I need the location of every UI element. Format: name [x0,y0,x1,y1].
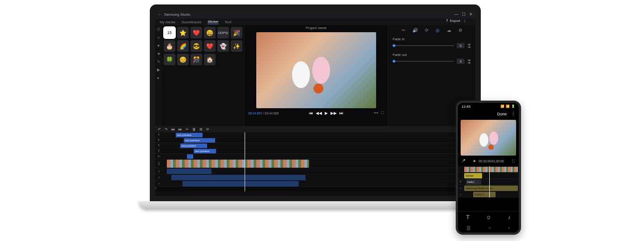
back-icon[interactable]: ← [158,13,161,17]
sticker-smile-icon[interactable]: 😄 [204,27,216,38]
phone-text-clip[interactable]: Hello! [466,179,481,185]
maximize-button[interactable]: ☐ [462,12,466,17]
cat-recent-icon[interactable]: ⏱ [156,27,161,32]
phone-more-icon[interactable]: ⋮ [511,112,515,116]
phone-text-tool-icon[interactable]: T [466,214,469,220]
track-audio-1-head: ♪ [155,169,162,173]
done-button[interactable]: Done [497,112,507,116]
timeline-audio-clip[interactable] [182,181,299,186]
phone-fullscreen-icon[interactable]: ⛶ [512,160,515,163]
fullscreen-icon[interactable]: ⛶ [381,111,384,115]
opacity-tool-icon[interactable]: ◎ [436,28,440,33]
timeline-clip[interactable]: text preview [180,144,207,148]
fade-out-dec[interactable]: ▾ [467,62,471,64]
timeline-clip[interactable]: text preview [184,138,215,143]
next-frame-icon[interactable]: ▶▶ [330,111,337,115]
sticker-ghost-icon[interactable]: 👻 [217,40,229,52]
signal-icon: 📶 [500,105,504,108]
prev-frame-icon[interactable]: ◀◀ [316,111,322,115]
tab-sticker[interactable]: Sticker [208,20,218,24]
delete-icon[interactable]: 🗑 [192,127,196,131]
close-button[interactable]: ✕ [469,12,473,17]
tab-soundtracks[interactable]: Soundtracks [182,20,201,24]
settings-tool-icon[interactable]: ⚙ [458,28,462,33]
fade-in-slider[interactable] [393,45,454,46]
tab-my-media[interactable]: My media [160,20,175,24]
recents-icon[interactable]: ||| [467,225,470,230]
overlay-tool-icon[interactable]: ☁ [447,28,451,33]
phone-sticker-tool-icon[interactable]: ☺ [486,214,491,220]
phone-timeline[interactable]: Sticker THello! ♪Samsung Studio Audio ♪Q… [458,166,519,198]
timeline-clip[interactable]: text preview [176,133,203,137]
title-bar: ← Samsung Studio — ☐ ✕ [155,10,475,19]
home-icon[interactable]: ○ [488,225,491,230]
fade-out-slider[interactable] [393,61,454,62]
phone-preview[interactable] [461,120,516,156]
phone-audio-tool-icon[interactable]: ♪ [508,214,511,220]
phone-sticker-clip[interactable]: Sticker [464,173,482,178]
phone-audio-clip-1[interactable]: Samsung Studio Audio [464,186,518,191]
timeline-video-clip[interactable] [167,160,309,168]
goto-end-icon[interactable]: ⏭ [339,111,343,115]
track-text-2-head: T [155,138,162,142]
to-start-icon[interactable]: ⏮ [171,127,175,131]
to-end-icon[interactable]: ⏭ [178,127,182,131]
phone-header: Done ⋮ [458,110,519,118]
sticker-sparkle-icon[interactable]: ✨ [231,40,242,52]
play-icon[interactable]: ▶ [325,111,328,115]
cat-star-icon[interactable]: ★ [156,51,161,56]
video-preview[interactable] [256,32,376,108]
fade-in-inc[interactable]: ▴ [467,43,471,46]
tab-text[interactable]: Text [225,20,232,24]
back-icon[interactable]: ‹ [508,225,510,230]
cat-emoji-icon[interactable]: ☺ [156,35,161,40]
sticker-sunglasses-icon[interactable]: 😎 [191,40,202,52]
redo-icon[interactable]: ↷ [165,127,168,131]
sticker-luck-icon[interactable]: 🍀 [164,54,175,65]
sticker-confetti-icon[interactable]: 🎉 [231,27,242,38]
minimize-button[interactable]: — [454,12,458,17]
crop-tool-icon[interactable]: ✂ [402,28,405,33]
phone-mic-icon[interactable]: 🎤 [462,159,466,163]
sticker-star-icon[interactable]: ⭐ [177,27,189,38]
sticker-heart2-icon[interactable]: ❤️ [204,40,216,52]
export-button[interactable]: ⭱ Export [445,19,460,23]
sticker-cake-icon[interactable]: 🎂 [164,40,175,52]
fade-out-inc[interactable]: ▴ [467,59,471,61]
fade-in-dec[interactable]: ▾ [467,46,471,48]
fade-out-value[interactable]: 0 [457,59,465,64]
timeline[interactable]: Ttext preview Ttext preview Ttext previe… [155,132,475,191]
timeline-audio-clip[interactable] [167,169,212,174]
phone-video-clip[interactable] [464,167,518,172]
sticker-party-icon[interactable]: 🎊 [191,54,202,65]
fade-in-value[interactable]: 0 [457,43,465,48]
undo-icon[interactable]: ↶ [158,127,161,131]
timeline-clip[interactable]: text preview [194,149,216,153]
cat-heart-icon[interactable]: ♥ [156,43,161,48]
more-options-icon[interactable]: ⋮ [463,19,466,23]
cat-draw-icon[interactable]: ✎ [156,59,161,64]
sticker-calendar-icon[interactable]: 15 [164,27,175,38]
track-audio-3-head: ♪ [155,182,162,186]
sticker-oops-icon[interactable]: OOPS! [217,27,229,38]
zoom-out-icon[interactable]: ⊞ [199,127,203,131]
timeline-clip[interactable] [187,154,193,159]
aspect-ratio-icon[interactable]: ⟷ [374,111,378,115]
phone-audio-clip-2[interactable]: Quick C… [473,192,496,197]
preview-panel: Project name 00:24:897 / 03:44:500 ⏮ ◀◀ … [245,25,388,126]
split-icon[interactable]: ✂ [186,127,189,131]
goto-start-icon[interactable]: ⏮ [309,111,313,115]
audio-tool-icon[interactable]: 🔊 [412,28,418,33]
cat-play-icon[interactable]: ▶ [156,67,161,72]
sticker-categories: ⏱ ☺ ♥ ★ ✎ ▶ ▸ [155,25,162,126]
rotate-tool-icon[interactable]: ⟳ [425,28,428,33]
sticker-blush-icon[interactable]: 😊 [177,54,189,65]
app-title: Samsung Studio [164,13,191,17]
cat-arrow-icon[interactable]: ▸ [156,75,161,80]
sticker-house-icon[interactable]: 🏠 [204,54,216,65]
phone-play-icon[interactable]: ▶ [474,159,476,163]
timeline-audio-clip[interactable] [171,175,305,180]
sticker-rainbow-icon[interactable]: 🌈 [177,40,189,52]
zoom-in-icon[interactable]: ⟳ [206,127,209,131]
sticker-heart-icon[interactable]: ❤️ [191,27,202,38]
